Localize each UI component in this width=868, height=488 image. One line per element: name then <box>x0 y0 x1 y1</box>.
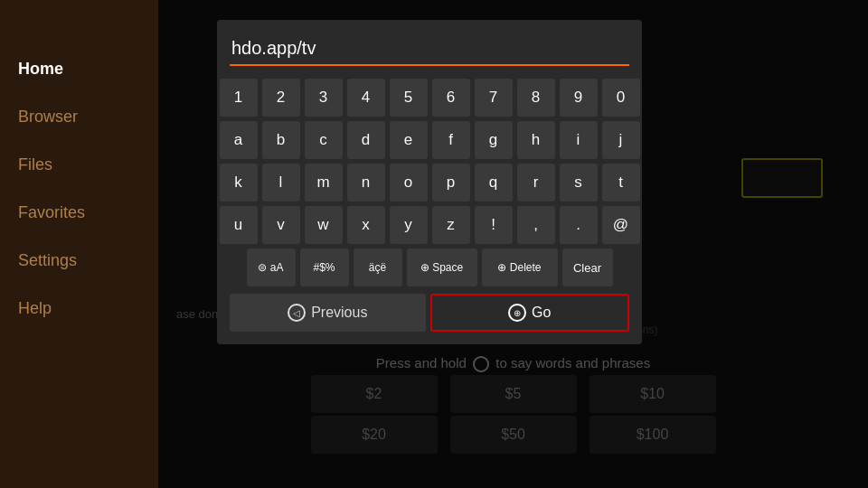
key-space[interactable]: ⊕ Space <box>407 249 477 286</box>
key-c[interactable]: c <box>305 121 343 159</box>
key-case[interactable]: ⊜ aA <box>247 249 296 286</box>
sidebar-item-files[interactable]: Files <box>0 141 158 189</box>
keyboard-dialog: 1 2 3 4 5 6 7 8 9 0 a b c d e f g h i j … <box>217 20 642 344</box>
key-b[interactable]: b <box>262 121 300 159</box>
key-clear[interactable]: Clear <box>562 249 613 286</box>
key-m[interactable]: m <box>305 164 343 202</box>
key-6[interactable]: 6 <box>432 79 470 117</box>
key-j[interactable]: j <box>602 121 640 159</box>
keyboard: 1 2 3 4 5 6 7 8 9 0 a b c d e f g h i j … <box>230 79 629 286</box>
key-comma[interactable]: , <box>517 206 555 244</box>
previous-button[interactable]: ◁ Previous <box>230 294 426 332</box>
key-at[interactable]: @ <box>602 206 640 244</box>
keyboard-row-numbers: 1 2 3 4 5 6 7 8 9 0 <box>230 79 629 117</box>
key-i[interactable]: i <box>560 121 598 159</box>
key-t[interactable]: t <box>602 164 640 202</box>
key-o[interactable]: o <box>390 164 428 202</box>
key-7[interactable]: 7 <box>475 79 513 117</box>
key-9[interactable]: 9 <box>560 79 598 117</box>
key-8[interactable]: 8 <box>517 79 555 117</box>
key-5[interactable]: 5 <box>390 79 428 117</box>
key-q[interactable]: q <box>475 164 513 202</box>
sidebar-item-home[interactable]: Home <box>0 45 158 93</box>
key-1[interactable]: 1 <box>220 79 258 117</box>
key-4[interactable]: 4 <box>347 79 385 117</box>
key-a[interactable]: a <box>220 121 258 159</box>
go-button[interactable]: ⊕ Go <box>430 294 630 332</box>
keyboard-row-uz: u v w x y z ! , . @ <box>230 206 629 244</box>
key-accent[interactable]: äçë <box>354 249 402 286</box>
key-e[interactable]: e <box>390 121 428 159</box>
sidebar-item-browser[interactable]: Browser <box>0 93 158 141</box>
keyboard-row-special: ⊜ aA #$% äçë ⊕ Space ⊕ Delete Clear <box>230 249 629 286</box>
sidebar-item-help[interactable]: Help <box>0 285 158 333</box>
key-r[interactable]: r <box>517 164 555 202</box>
key-v[interactable]: v <box>262 206 300 244</box>
key-symbols[interactable]: #$% <box>300 249 349 286</box>
key-w[interactable]: w <box>305 206 343 244</box>
nav-row: ◁ Previous ⊕ Go <box>230 294 629 332</box>
key-u[interactable]: u <box>220 206 258 244</box>
key-0[interactable]: 0 <box>602 79 640 117</box>
previous-icon: ◁ <box>288 304 306 322</box>
key-n[interactable]: n <box>347 164 385 202</box>
key-z[interactable]: z <box>432 206 470 244</box>
key-y[interactable]: y <box>390 206 428 244</box>
sidebar-item-favorites[interactable]: Favorites <box>0 189 158 237</box>
keyboard-row-aj: a b c d e f g h i j <box>230 121 629 159</box>
key-h[interactable]: h <box>517 121 555 159</box>
url-input[interactable] <box>230 34 629 66</box>
key-3[interactable]: 3 <box>305 79 343 117</box>
key-exclaim[interactable]: ! <box>475 206 513 244</box>
key-s[interactable]: s <box>560 164 598 202</box>
key-k[interactable]: k <box>220 164 258 202</box>
keyboard-row-kt: k l m n o p q r s t <box>230 164 629 202</box>
key-p[interactable]: p <box>432 164 470 202</box>
go-icon: ⊕ <box>508 304 526 322</box>
key-delete[interactable]: ⊕ Delete <box>482 249 558 286</box>
key-2[interactable]: 2 <box>262 79 300 117</box>
sidebar-item-settings[interactable]: Settings <box>0 237 158 285</box>
key-f[interactable]: f <box>432 121 470 159</box>
key-period[interactable]: . <box>560 206 598 244</box>
key-x[interactable]: x <box>347 206 385 244</box>
sidebar: Home Browser Files Favorites Settings He… <box>0 0 158 488</box>
key-l[interactable]: l <box>262 164 300 202</box>
key-d[interactable]: d <box>347 121 385 159</box>
key-g[interactable]: g <box>475 121 513 159</box>
